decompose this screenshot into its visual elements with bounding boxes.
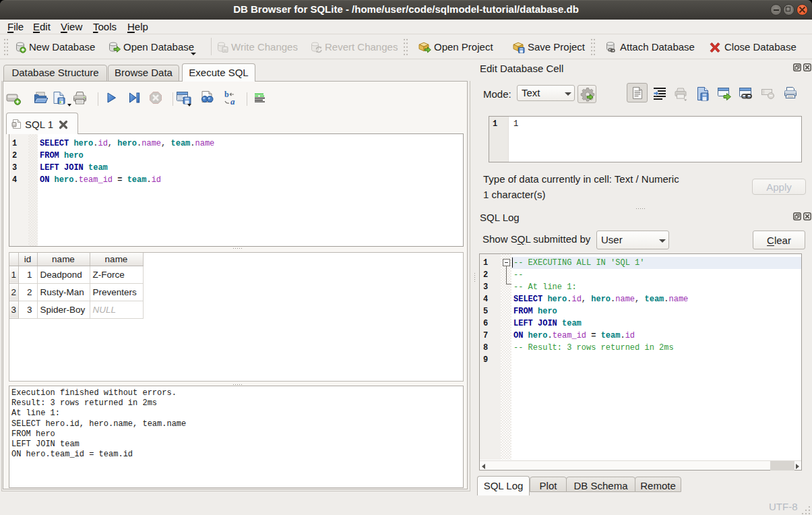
svg-text:a: a xyxy=(230,96,235,107)
svg-text:b: b xyxy=(224,90,229,99)
